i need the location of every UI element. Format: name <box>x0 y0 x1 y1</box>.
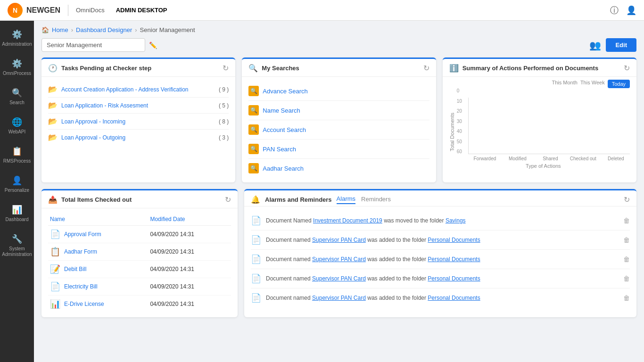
sidebar-label-personalize: Personalize <box>5 188 29 193</box>
searches-widget-title: 🔍 My Searches <box>248 64 299 73</box>
alarm-doc-icon: 📄 <box>251 254 261 264</box>
alarm-item: 📄 Document named Supervisor PAN Card was… <box>251 288 630 307</box>
delete-icon[interactable]: 🗑 <box>623 217 630 224</box>
label-shared: Shared <box>537 156 564 161</box>
delete-icon[interactable]: 🗑 <box>623 275 630 282</box>
omniprocess-icon: ⚙️ <box>12 58 22 69</box>
summary-refresh-icon[interactable]: ↻ <box>624 64 630 73</box>
sidebar-item-webapi[interactable]: 🌐 WebAPI <box>0 112 34 140</box>
bars-container <box>468 98 630 154</box>
sidebar-item-dashboard[interactable]: 📊 Dashboard <box>0 200 34 227</box>
checkout-widget-header: 📤 Total Items Checked out ↻ <box>41 190 238 208</box>
search-item-link[interactable]: Account Search <box>263 126 306 133</box>
search-item-link[interactable]: Advance Search <box>263 88 307 95</box>
alarm-link1[interactable]: Supervisor PAN Card <box>312 295 366 301</box>
search-item-link[interactable]: PAN Search <box>263 146 296 153</box>
sysadmin-icon: 🔧 <box>12 234 22 244</box>
today-btn[interactable]: Today <box>608 80 630 88</box>
alarm-link1[interactable]: Supervisor PAN Card <box>312 256 366 263</box>
tab-alarms[interactable]: Alarms <box>337 195 355 204</box>
file-name: Approval Form <box>64 231 101 238</box>
task-count: ( 9 ) <box>219 86 229 93</box>
user-icon[interactable]: 👤 <box>626 5 636 16</box>
table-row: 📋 Aadhar Form 04/09/2020 14:31 <box>48 243 231 261</box>
edit-button[interactable]: Edit <box>606 38 636 52</box>
searches-widget: 🔍 My Searches ↻ 🔍 Advance Search 🔍 Name … <box>242 58 436 182</box>
this-month-btn[interactable]: This Month <box>552 80 577 88</box>
sidebar-item-sysadmin[interactable]: 🔧 System Administration <box>0 229 34 262</box>
search-item[interactable]: 🔍 Aadhar Search <box>248 159 429 178</box>
x-axis-label: Type of Actions <box>457 161 630 171</box>
search-item-link[interactable]: Name Search <box>263 107 300 114</box>
this-week-btn[interactable]: This Week <box>580 80 605 88</box>
task-link[interactable]: Account Creation Application - Address V… <box>61 86 188 93</box>
alarm-link2[interactable]: Personal Documents <box>428 295 480 301</box>
sidebar-item-personalize[interactable]: 👤 Personalize <box>0 171 34 198</box>
tasks-refresh-icon[interactable]: ↻ <box>223 64 229 73</box>
tab-reminders[interactable]: Reminders <box>361 196 391 204</box>
search-item[interactable]: 🔍 Name Search <box>248 101 429 120</box>
file-name: Debit Bill <box>64 266 86 272</box>
alarm-link2[interactable]: Personal Documents <box>428 275 480 282</box>
delete-icon[interactable]: 🗑 <box>623 255 630 263</box>
label-checkedout: Checked out <box>569 156 597 161</box>
alarm-link1[interactable]: Supervisor PAN Card <box>312 275 366 282</box>
breadcrumb-home[interactable]: Home <box>52 26 68 33</box>
alarms-widget-body: 📄 Document Named Investment Document 201… <box>244 206 636 312</box>
summary-widget-header: ℹ️ Summary of Actions Performed on Docum… <box>443 59 636 77</box>
doc-icon: 📋 <box>50 247 60 257</box>
table-row: 📄 Electricity Bill 04/09/2020 14:31 <box>48 278 231 296</box>
search-item-icon: 🔍 <box>248 144 259 154</box>
sidebar-item-administration[interactable]: ⚙️ Administration <box>0 25 34 52</box>
topnav-right: ⓘ 👤 <box>610 5 636 16</box>
tasks-widget: 🕐 Tasks Pending at Checker step ↻ 📂 Acco… <box>41 58 235 182</box>
breadcrumb-dashboard-designer[interactable]: Dashboard Designer <box>76 26 132 33</box>
searches-widget-body: 🔍 Advance Search 🔍 Name Search 🔍 Account… <box>242 77 436 182</box>
search-item[interactable]: 🔍 Account Search <box>248 120 429 140</box>
alarm-link1[interactable]: Supervisor PAN Card <box>312 237 366 243</box>
share-icon[interactable]: 👥 <box>589 40 601 51</box>
sidebar-item-omniprocess[interactable]: ⚙️ OmniProcess <box>0 54 34 81</box>
file-date: 04/09/2020 14:31 <box>148 243 231 261</box>
table-row: 📝 Debit Bill 04/09/2020 14:31 <box>48 261 231 278</box>
task-folder-icon: 📂 <box>48 101 58 110</box>
searches-refresh-icon[interactable]: ↻ <box>423 64 429 73</box>
alarms-refresh-icon[interactable]: ↻ <box>624 195 630 204</box>
delete-icon[interactable]: 🗑 <box>623 294 630 302</box>
chart-area: Total Documents 60 50 40 30 20 10 0 <box>443 88 636 173</box>
personalize-icon: 👤 <box>12 175 22 186</box>
bell-icon: 🔔 <box>251 195 260 204</box>
logo-text: NEWGEN <box>26 6 60 15</box>
delete-icon[interactable]: 🗑 <box>623 236 630 244</box>
nav-admin-desktop[interactable]: ADMIN DESKTOP <box>116 7 167 14</box>
search-item[interactable]: 🔍 Advance Search <box>248 82 429 101</box>
alarm-tabs: Alarms Reminders <box>337 195 391 204</box>
nav-omnidocs[interactable]: OmniDocs <box>76 7 105 14</box>
webapi-icon: 🌐 <box>12 117 22 127</box>
tasks-widget-title: 🕐 Tasks Pending at Checker step <box>48 64 151 73</box>
sidebar-label-rmsprocess: RMSProcess <box>3 158 31 164</box>
breadcrumb-current: Senior Management <box>140 26 195 33</box>
page-title-input[interactable] <box>41 38 145 52</box>
alarm-link1[interactable]: Investment Document 2019 <box>313 217 382 224</box>
alarm-link2[interactable]: Personal Documents <box>428 237 480 243</box>
alarm-doc-icon: 📄 <box>251 273 261 284</box>
help-icon[interactable]: ⓘ <box>610 5 619 16</box>
logo-icon: N <box>8 3 23 18</box>
search-item-link[interactable]: Aadhar Search <box>263 165 304 172</box>
checkout-refresh-icon[interactable]: ↻ <box>225 195 231 204</box>
alarms-widget: 🔔 Alarms and Reminders Alarms Reminders … <box>244 189 636 317</box>
sidebar-item-rmsprocess[interactable]: 📋 RMSProcess <box>0 141 34 169</box>
alarm-link2[interactable]: Personal Documents <box>428 256 480 263</box>
sidebar-item-search[interactable]: 🔍 Search <box>0 83 34 110</box>
task-folder-icon: 📂 <box>48 85 58 94</box>
search-mag-icon: 🔍 <box>248 64 258 73</box>
task-link[interactable]: Loan Application - Risk Assesment <box>61 102 148 109</box>
file-date: 04/09/2020 14:31 <box>148 226 231 243</box>
pdf-icon: 📄 <box>50 281 60 292</box>
task-link[interactable]: Loan Approval - Outgoing <box>61 134 125 141</box>
alarm-link2[interactable]: Savings <box>446 217 466 224</box>
task-link[interactable]: Loan Approval - Incoming <box>61 118 125 125</box>
search-item[interactable]: 🔍 PAN Search <box>248 140 429 159</box>
sidebar-label-omniprocess: OmniProcess <box>3 71 31 76</box>
